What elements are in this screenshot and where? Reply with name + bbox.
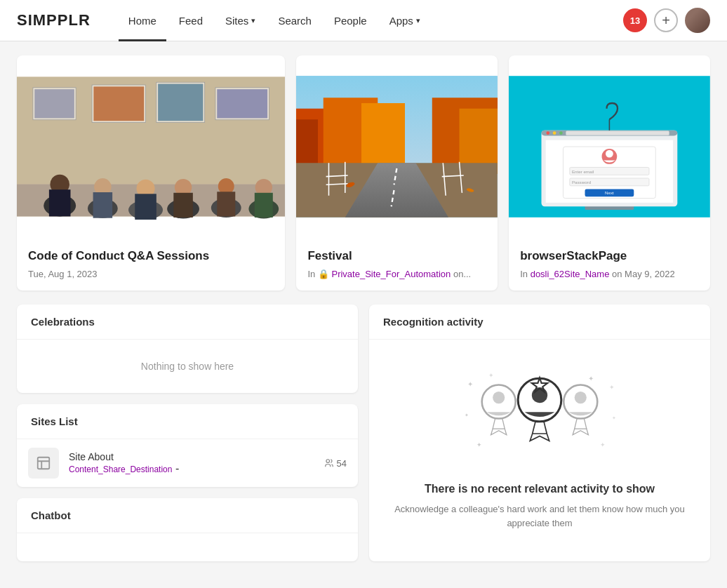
recognition-panel: Recognition activity ✦ ✦ ✦ ✦ ✦ ✦ ✦ ✦ bbox=[369, 305, 710, 561]
logo[interactable]: SIMPPLR bbox=[17, 11, 91, 29]
nav-feed[interactable]: Feed bbox=[169, 0, 213, 41]
card-2-title: Festival bbox=[307, 249, 486, 263]
notification-badge[interactable]: 13 bbox=[623, 8, 647, 32]
card-3-title: browserStackPage bbox=[520, 249, 699, 263]
card-2-image bbox=[296, 55, 498, 238]
svg-text:✦: ✦ bbox=[612, 415, 616, 420]
svg-point-68 bbox=[559, 131, 563, 135]
avatar-image bbox=[685, 8, 710, 33]
lock-icon: 🔒 bbox=[318, 269, 332, 279]
svg-line-92 bbox=[493, 419, 495, 429]
card-3-meta: In dosli_62Site_Name on May 9, 2022 bbox=[520, 269, 699, 279]
svg-text:✦: ✦ bbox=[600, 441, 606, 448]
card-2-body: Festival In 🔒 Private_Site_For_Automatio… bbox=[296, 238, 498, 290]
recognition-illustration: ✦ ✦ ✦ ✦ ✦ ✦ ✦ ✦ bbox=[455, 368, 624, 466]
site-icon bbox=[28, 448, 59, 479]
svg-point-85 bbox=[575, 392, 587, 403]
svg-point-67 bbox=[553, 131, 556, 135]
svg-rect-25 bbox=[217, 192, 235, 216]
card-1-image bbox=[17, 55, 285, 238]
card-1-meta: Tue, Aug 1, 2023 bbox=[28, 269, 274, 279]
svg-marker-94 bbox=[491, 429, 507, 435]
card-3-site-link[interactable]: dosli_62Site_Name bbox=[531, 269, 610, 279]
svg-text:✦: ✦ bbox=[467, 380, 473, 388]
left-column: Celebrations Nothing to show here Sites … bbox=[17, 305, 358, 561]
nav-search[interactable]: Search bbox=[268, 0, 321, 41]
nav-actions: 13 + bbox=[623, 8, 710, 33]
svg-rect-9 bbox=[217, 89, 267, 118]
nav-apps[interactable]: Apps ▾ bbox=[380, 0, 430, 41]
card-2-site-link[interactable]: Private_Site_For_Automation bbox=[331, 269, 451, 279]
celebrations-header: Celebrations bbox=[17, 305, 358, 340]
card-1-title: Code of Conduct Q&A Sessions bbox=[28, 249, 274, 263]
card-2-meta: In 🔒 Private_Site_For_Automation on... bbox=[307, 269, 486, 279]
svg-rect-5 bbox=[93, 86, 144, 121]
card-code-of-conduct: Code of Conduct Q&A Sessions Tue, Aug 1,… bbox=[17, 55, 285, 290]
svg-text:✦: ✦ bbox=[488, 372, 494, 379]
members-icon bbox=[324, 458, 334, 468]
svg-text:Password: Password bbox=[572, 180, 592, 185]
svg-point-66 bbox=[547, 131, 550, 135]
svg-point-58 bbox=[606, 150, 613, 158]
site-name: Site About bbox=[69, 451, 314, 462]
main-content: Code of Conduct Q&A Sessions Tue, Aug 1,… bbox=[0, 41, 727, 575]
svg-point-73 bbox=[326, 460, 329, 463]
svg-rect-13 bbox=[49, 189, 71, 216]
svg-line-90 bbox=[544, 422, 547, 434]
svg-rect-70 bbox=[38, 457, 50, 469]
site-item: Site About Content_Share_Destination - bbox=[17, 439, 358, 487]
svg-text:✦: ✦ bbox=[465, 413, 469, 417]
svg-rect-19 bbox=[135, 194, 156, 220]
svg-rect-28 bbox=[255, 193, 273, 218]
svg-point-87 bbox=[532, 387, 547, 403]
nav-links: Home Feed Sites ▾ Search People Apps ▾ bbox=[119, 0, 623, 41]
recognition-body: ✦ ✦ ✦ ✦ ✦ ✦ ✦ ✦ bbox=[369, 340, 710, 544]
bottom-row: Celebrations Nothing to show here Sites … bbox=[17, 305, 710, 561]
svg-line-95 bbox=[575, 419, 577, 429]
recognition-empty-desc: Acknowledge a colleague's hard work and … bbox=[383, 502, 696, 530]
recognition-empty-title: There is no recent relevant activity to … bbox=[383, 483, 696, 495]
featured-cards: Code of Conduct Q&A Sessions Tue, Aug 1,… bbox=[17, 55, 710, 290]
celebrations-empty: Nothing to show here bbox=[17, 340, 358, 393]
svg-rect-3 bbox=[34, 89, 74, 118]
members-count: 54 bbox=[337, 458, 347, 469]
chatbot-panel: Chatbot bbox=[17, 498, 358, 561]
svg-text:Next: Next bbox=[605, 190, 614, 195]
svg-line-89 bbox=[533, 422, 535, 434]
site-members: 54 bbox=[324, 458, 347, 469]
nav-sites[interactable]: Sites ▾ bbox=[215, 0, 265, 41]
apps-dropdown-icon: ▾ bbox=[416, 16, 420, 25]
svg-rect-7 bbox=[158, 84, 203, 121]
chatbot-header: Chatbot bbox=[17, 498, 358, 533]
avatar[interactable] bbox=[685, 8, 710, 33]
nav-people[interactable]: People bbox=[324, 0, 377, 41]
svg-line-93 bbox=[502, 419, 505, 429]
site-link[interactable]: Content_Share_Destination bbox=[69, 465, 172, 474]
sites-list-header: Sites List bbox=[17, 404, 358, 439]
card-3-image: Enter email Password Next bbox=[509, 55, 710, 238]
svg-text:✦: ✦ bbox=[588, 375, 594, 382]
nav-home[interactable]: Home bbox=[119, 0, 166, 41]
svg-point-83 bbox=[493, 392, 505, 403]
svg-rect-16 bbox=[93, 192, 113, 218]
svg-text:Enter email: Enter email bbox=[572, 169, 594, 174]
navbar: SIMPPLR Home Feed Sites ▾ Search People … bbox=[0, 0, 727, 41]
svg-rect-69 bbox=[566, 131, 669, 135]
recognition-header: Recognition activity bbox=[369, 305, 710, 340]
svg-text:✦: ✦ bbox=[609, 384, 615, 391]
svg-rect-22 bbox=[173, 193, 193, 218]
celebrations-panel: Celebrations Nothing to show here bbox=[17, 305, 358, 393]
svg-line-96 bbox=[584, 419, 586, 429]
svg-marker-97 bbox=[573, 429, 588, 435]
card-3-body: browserStackPage In dosli_62Site_Name on… bbox=[509, 238, 710, 290]
add-button[interactable]: + bbox=[654, 8, 678, 32]
card-1-body: Code of Conduct Q&A Sessions Tue, Aug 1,… bbox=[17, 238, 285, 290]
svg-text:✦: ✦ bbox=[476, 441, 482, 448]
site-info: Site About Content_Share_Destination - bbox=[69, 451, 314, 475]
sites-list-panel: Sites List Site About Content_Share_Dest… bbox=[17, 404, 358, 487]
card-browserstack: Enter email Password Next bbox=[509, 55, 710, 290]
svg-marker-91 bbox=[530, 434, 549, 441]
sites-dropdown-icon: ▾ bbox=[251, 16, 255, 25]
card-festival: Festival In 🔒 Private_Site_For_Automatio… bbox=[296, 55, 498, 290]
